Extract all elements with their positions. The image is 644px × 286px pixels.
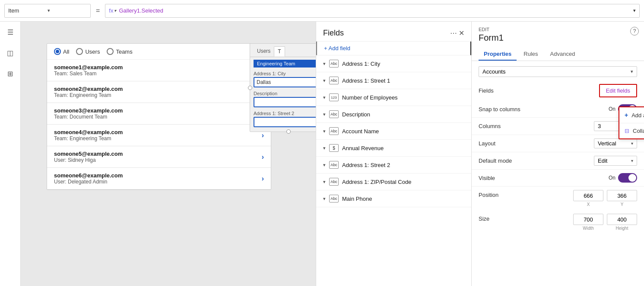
- tab-rules[interactable]: Rules: [518, 48, 543, 61]
- field-name: Address 1: Street 2: [342, 162, 390, 168]
- list-item[interactable]: someone4@example.com Team: Engineering T…: [47, 125, 271, 146]
- layout-dropdown[interactable]: Vertical ▾: [594, 138, 637, 148]
- item-select[interactable]: Item ▾: [4, 4, 91, 18]
- user-team: User: Sidney Higa: [54, 157, 262, 163]
- fx-label: fx ▾: [109, 7, 116, 14]
- field-input-street2[interactable]: [254, 117, 316, 127]
- field-chevron-icon: ▾: [323, 61, 326, 67]
- radio-teams-circle: [107, 48, 114, 55]
- position-x-input[interactable]: [573, 190, 603, 201]
- size-height-group: Height: [607, 214, 637, 231]
- tab-properties[interactable]: Properties: [479, 48, 517, 61]
- radio-bar: All Users Teams: [47, 44, 271, 60]
- field-input-city[interactable]: [254, 77, 316, 87]
- user-email: someone2@example.com: [54, 86, 262, 92]
- selected-team-badge: Engineering Team: [254, 60, 316, 67]
- help-icon[interactable]: ?: [630, 27, 639, 35]
- radio-all-circle: [54, 48, 61, 55]
- field-chevron-icon: ▾: [323, 145, 326, 151]
- tab-advanced[interactable]: Advanced: [545, 48, 581, 61]
- sidebar-icon-grid[interactable]: ⊞: [4, 67, 16, 80]
- resize-handle-bottom[interactable]: [286, 129, 291, 134]
- fields-header: Fields ⋯ ✕: [316, 22, 471, 42]
- user-list: someone1@example.com Team: Sales Team › …: [47, 60, 271, 190]
- main-area: ☰ ◫ ⊞ All Users Teams: [0, 22, 644, 286]
- field-type-abc-icon: Abc: [329, 178, 339, 186]
- field-name: Main Phone: [342, 196, 372, 202]
- size-width-label: Width: [583, 226, 594, 231]
- field-label-desc: Description: [254, 91, 316, 96]
- field-type-abc-icon: Abc: [329, 161, 339, 169]
- visible-on-label: On: [609, 175, 615, 181]
- accounts-row: Accounts ▾: [472, 66, 644, 82]
- field-item[interactable]: ▾ Abc Address 1: Street 2: [316, 157, 471, 174]
- user-team: Team: Engineering Team: [54, 135, 262, 141]
- list-item[interactable]: someone1@example.com Team: Sales Team ›: [47, 60, 271, 81]
- field-item[interactable]: ▾ Abc Main Phone: [316, 190, 471, 207]
- collapse-all-label: Collapse all: [633, 128, 644, 134]
- position-y-label: Y: [621, 202, 624, 207]
- field-item[interactable]: ▾ Abc Address 1: Street 1: [316, 72, 471, 89]
- chevron-right-icon: ›: [262, 132, 264, 139]
- field-item[interactable]: ▾ Abc Address 1: ZIP/Postal Code: [316, 174, 471, 190]
- visible-toggle[interactable]: [618, 173, 637, 183]
- list-item[interactable]: someone5@example.com User: Sidney Higa ›: [47, 146, 271, 168]
- list-item[interactable]: someone2@example.com Team: Engineering T…: [47, 81, 271, 103]
- sidebar-icon-hamburger[interactable]: ☰: [4, 26, 16, 38]
- radio-teams[interactable]: Teams: [107, 48, 132, 55]
- props-tabs: Properties Rules Advanced: [472, 48, 644, 61]
- fields-row: Fields Edit fields: [472, 82, 644, 101]
- size-width-input[interactable]: [573, 214, 603, 225]
- position-x-group: X: [573, 190, 603, 207]
- add-custom-card-item[interactable]: + Add a custom card: [619, 107, 644, 123]
- default-mode-chevron-icon: ▾: [631, 158, 633, 163]
- size-height-input[interactable]: [607, 214, 637, 225]
- field-name: Address 1: ZIP/Postal Code: [342, 179, 411, 185]
- add-field-button[interactable]: + Add field: [316, 42, 471, 55]
- resize-handle-left[interactable]: [248, 86, 252, 90]
- radio-all[interactable]: All: [54, 48, 69, 55]
- field-item[interactable]: ▾ $ Annual Revenue: [316, 140, 471, 157]
- item-select-label: Item: [8, 7, 48, 14]
- user-email: someone1@example.com: [54, 64, 262, 71]
- collapse-all-item[interactable]: ⊟ Collapse all: [619, 123, 644, 138]
- formula-dropdown-btn[interactable]: ▾: [633, 8, 636, 13]
- field-chevron-icon: ▾: [323, 129, 326, 134]
- radio-users-label: Users: [85, 48, 100, 55]
- user-team: Team: Sales Team: [54, 71, 262, 77]
- field-name: Number of Employees: [342, 94, 398, 101]
- radio-all-label: All: [63, 48, 69, 55]
- position-y-input[interactable]: [607, 190, 637, 201]
- field-item[interactable]: ▾ 123 Number of Employees: [316, 89, 471, 106]
- size-inputs: Width Height: [573, 214, 637, 231]
- sidebar-icon-layers[interactable]: ◫: [4, 47, 16, 59]
- fields-title: Fields: [323, 29, 448, 38]
- field-input-desc[interactable]: [254, 97, 316, 107]
- formula-bar: fx ▾ Gallery1.Selected ▾: [105, 4, 640, 18]
- visible-row: Visible On: [472, 170, 644, 186]
- list-item[interactable]: someone3@example.com Team: Document Team…: [47, 103, 271, 125]
- position-row: Position X Y: [472, 186, 644, 210]
- fields-more-button[interactable]: ⋯: [448, 29, 459, 37]
- size-height-label: Height: [616, 226, 628, 231]
- fields-section-label: Fields: [479, 87, 599, 94]
- default-mode-dropdown[interactable]: Edit ▾: [594, 156, 637, 166]
- radio-users[interactable]: Users: [76, 48, 100, 55]
- edit-fields-button[interactable]: Edit fields: [599, 84, 637, 97]
- field-item[interactable]: ▾ Abc Account Name: [316, 123, 471, 140]
- size-row: Size Width Height: [472, 210, 644, 234]
- field-chevron-icon: ▾: [323, 78, 326, 84]
- user-email: someone5@example.com: [54, 151, 262, 157]
- fields-panel: Fields ⋯ ✕ + Add field + Add a custom ca…: [316, 22, 471, 286]
- form-overlay: Users T Engineering Team Address 1: City…: [250, 43, 316, 132]
- field-item[interactable]: ▾ Abc Description: [316, 106, 471, 123]
- field-item[interactable]: ▾ Abc Address 1: City: [316, 55, 471, 72]
- user-list-panel: All Users Teams someone1@example.com Tea…: [47, 43, 271, 190]
- form-tab-teams[interactable]: T: [274, 46, 285, 57]
- position-inputs: X Y: [573, 190, 637, 207]
- fields-close-button[interactable]: ✕: [459, 29, 464, 37]
- list-item[interactable]: someone6@example.com User: Delegated Adm…: [47, 168, 271, 190]
- form-tab-users[interactable]: Users: [254, 46, 274, 57]
- accounts-dropdown[interactable]: Accounts ▾: [479, 66, 637, 77]
- formula-text: Gallery1.Selected: [119, 7, 163, 14]
